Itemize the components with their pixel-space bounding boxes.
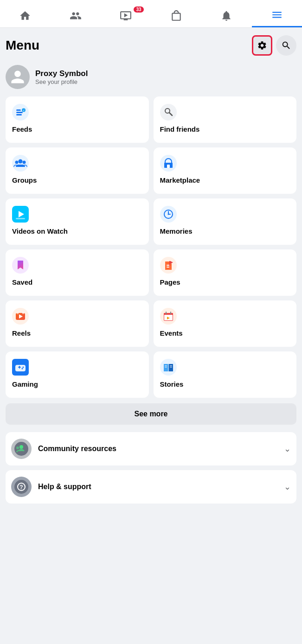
watch-badge: 33	[134, 6, 143, 13]
watch-menu-icon	[12, 206, 29, 223]
nav-notifications[interactable]	[201, 6, 252, 27]
svg-rect-39	[166, 312, 167, 314]
watch-icon	[119, 9, 132, 22]
svg-rect-51	[170, 365, 172, 366]
see-more-button[interactable]: See more	[6, 403, 296, 425]
profile-name: Proxy Symbol	[35, 69, 88, 78]
svg-rect-26	[169, 261, 170, 266]
menu-card-watch[interactable]: Videos on Watch	[6, 198, 149, 245]
svg-point-54	[19, 445, 23, 449]
profile-info: Proxy Symbol See your profile	[35, 69, 88, 85]
page-title: Menu	[6, 38, 39, 53]
menu-grid: ✓ Feeds Find friends	[6, 96, 296, 398]
svg-point-45	[23, 367, 24, 368]
memories-label: Memories	[160, 227, 290, 235]
svg-rect-40	[170, 312, 171, 314]
menu-card-pages[interactable]: Pages	[154, 249, 297, 296]
marketplace-icon	[160, 155, 177, 172]
stories-label: Stories	[160, 380, 290, 388]
watch-label: Videos on Watch	[12, 227, 142, 235]
profile-row[interactable]: Proxy Symbol See your profile	[6, 61, 296, 96]
find-friends-label: Find friends	[160, 125, 290, 133]
help-support-label: Help & support	[38, 483, 284, 491]
svg-text:?: ?	[19, 484, 23, 491]
profile-subtitle: See your profile	[35, 78, 88, 85]
top-navigation: 33	[0, 0, 302, 28]
gaming-icon	[12, 359, 29, 376]
chevron-down-icon-help: ⌄	[284, 482, 291, 492]
menu-card-gaming[interactable]: Gaming	[6, 351, 149, 398]
gaming-label: Gaming	[12, 380, 142, 388]
menu-card-saved[interactable]: Saved	[6, 249, 149, 296]
feeds-icon: ✓	[12, 104, 29, 121]
saved-icon	[12, 257, 29, 274]
home-icon	[19, 9, 32, 22]
nav-home[interactable]	[0, 6, 51, 27]
menu-card-feeds[interactable]: ✓ Feeds	[6, 96, 149, 143]
nav-watch[interactable]: 33	[101, 6, 151, 27]
chevron-down-icon-community: ⌄	[284, 444, 291, 454]
feeds-label: Feeds	[12, 125, 142, 133]
stories-icon	[160, 359, 177, 376]
nav-friends[interactable]	[51, 6, 101, 27]
menu-card-events[interactable]: Events	[154, 300, 297, 347]
memories-icon	[160, 206, 177, 223]
reels-icon	[12, 308, 29, 325]
settings-button[interactable]	[252, 35, 272, 56]
svg-rect-50	[165, 367, 167, 368]
menu-card-marketplace[interactable]: Marketplace	[154, 147, 297, 194]
svg-text:✓: ✓	[23, 109, 25, 112]
svg-point-6	[160, 104, 177, 121]
pages-icon	[160, 257, 177, 274]
svg-point-32	[22, 312, 25, 314]
menu-card-find-friends[interactable]: Find friends	[154, 96, 297, 143]
friends-icon	[69, 9, 82, 22]
svg-point-11	[15, 161, 19, 164]
marketplace-nav-icon	[170, 9, 183, 22]
help-support-icon: ?	[11, 477, 32, 497]
reels-label: Reels	[12, 329, 142, 337]
svg-point-10	[19, 159, 23, 164]
community-resources-row[interactable]: Community resources ⌄	[6, 432, 296, 465]
marketplace-label: Marketplace	[160, 176, 290, 184]
menu-card-memories[interactable]: Memories	[154, 198, 297, 245]
svg-rect-25	[167, 267, 169, 268]
svg-rect-3	[16, 114, 22, 115]
svg-rect-15	[167, 165, 170, 168]
svg-rect-49	[165, 365, 167, 366]
header-actions	[252, 35, 296, 56]
svg-rect-52	[170, 367, 172, 368]
nav-menu[interactable]	[252, 5, 302, 27]
svg-point-46	[22, 368, 23, 370]
page-header: Menu	[6, 28, 296, 61]
help-support-row[interactable]: ? Help & support ⌄	[6, 470, 296, 504]
events-icon	[160, 308, 177, 325]
svg-rect-1	[16, 109, 21, 111]
menu-icon	[270, 8, 283, 21]
svg-point-31	[17, 312, 19, 314]
search-button[interactable]	[276, 35, 296, 56]
groups-icon	[12, 155, 29, 172]
find-friends-icon	[160, 104, 177, 121]
events-label: Events	[160, 329, 290, 337]
community-resources-label: Community resources	[38, 445, 284, 453]
svg-rect-42	[15, 365, 26, 371]
community-resources-icon	[11, 439, 32, 459]
svg-point-55	[16, 446, 19, 449]
groups-label: Groups	[12, 176, 142, 184]
menu-card-stories[interactable]: Stories	[154, 351, 297, 398]
notifications-icon	[220, 9, 233, 22]
saved-label: Saved	[12, 278, 142, 286]
menu-card-reels[interactable]: Reels	[6, 300, 149, 347]
svg-point-21	[167, 214, 169, 215]
avatar	[6, 65, 30, 89]
pages-label: Pages	[160, 278, 290, 286]
svg-point-12	[23, 161, 26, 164]
svg-rect-18	[16, 218, 25, 219]
svg-rect-44	[19, 366, 20, 369]
nav-marketplace[interactable]	[151, 6, 202, 27]
menu-card-groups[interactable]: Groups	[6, 147, 149, 194]
svg-rect-2	[16, 112, 23, 113]
main-content: Menu Proxy Symbol See your profile	[0, 28, 302, 504]
